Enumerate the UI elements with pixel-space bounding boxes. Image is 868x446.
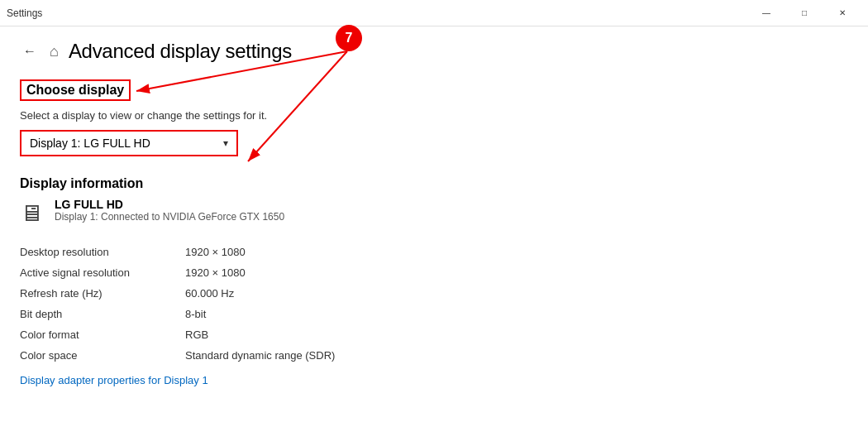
titlebar-title: Settings (7, 7, 42, 19)
page-title: Advanced display settings (69, 40, 292, 63)
row-value: 1920 × 1080 (185, 242, 842, 262)
row-value: 60.000 Hz (185, 283, 842, 304)
display-adapter-link[interactable]: Display adapter properties for Display 1 (20, 374, 208, 386)
main-content: ← ⌂ Advanced display settings Choose dis… (0, 26, 868, 446)
row-label: Refresh rate (Hz) (20, 283, 185, 304)
row-value: Standard dynamic range (SDR) (185, 345, 842, 366)
row-label: Desktop resolution (20, 242, 185, 262)
row-label: Color format (20, 324, 185, 345)
choose-display-box: Choose display (20, 79, 131, 101)
display-dropdown[interactable]: Display 1: LG FULL HD (21, 132, 236, 155)
table-row: Color formatRGB (20, 324, 842, 345)
table-row: Desktop resolution1920 × 1080 (20, 242, 842, 262)
titlebar-left: Settings (7, 7, 42, 19)
row-label: Active signal resolution (20, 262, 185, 283)
table-row: Bit depth8-bit (20, 304, 842, 324)
close-button[interactable]: ✕ (823, 0, 861, 26)
monitor-name: LG FULL HD (55, 198, 284, 211)
monitor-sub: Display 1: Connected to NVIDIA GeForce G… (55, 211, 284, 223)
table-row: Active signal resolution1920 × 1080 (20, 262, 842, 283)
row-value: RGB (185, 324, 842, 345)
home-icon: ⌂ (50, 43, 59, 60)
back-button[interactable]: ← (20, 41, 40, 62)
row-value: 8-bit (185, 304, 842, 324)
titlebar: Settings — □ ✕ (0, 0, 868, 26)
monitor-details: LG FULL HD Display 1: Connected to NVIDI… (55, 198, 284, 223)
minimize-button[interactable]: — (747, 0, 785, 26)
info-table: Desktop resolution1920 × 1080Active sign… (20, 242, 842, 366)
monitor-row: 🖥 LG FULL HD Display 1: Connected to NVI… (20, 198, 842, 227)
display-info-heading: Display information (20, 176, 842, 191)
display-info-section: Display information 🖥 LG FULL HD Display… (20, 176, 842, 387)
select-hint: Select a display to view or change the s… (20, 109, 842, 122)
table-row: Color spaceStandard dynamic range (SDR) (20, 345, 842, 366)
header-row: ← ⌂ Advanced display settings (20, 40, 842, 63)
choose-display-label: Choose display (26, 83, 124, 97)
row-value: 1920 × 1080 (185, 262, 842, 283)
row-label: Bit depth (20, 304, 185, 324)
monitor-icon: 🖥 (20, 199, 43, 227)
row-label: Color space (20, 345, 185, 366)
restore-button[interactable]: □ (785, 0, 823, 26)
table-row: Refresh rate (Hz)60.000 Hz (20, 283, 842, 304)
dropdown-wrapper[interactable]: Display 1: LG FULL HD ▾ (20, 130, 238, 156)
titlebar-controls: — □ ✕ (747, 0, 861, 26)
